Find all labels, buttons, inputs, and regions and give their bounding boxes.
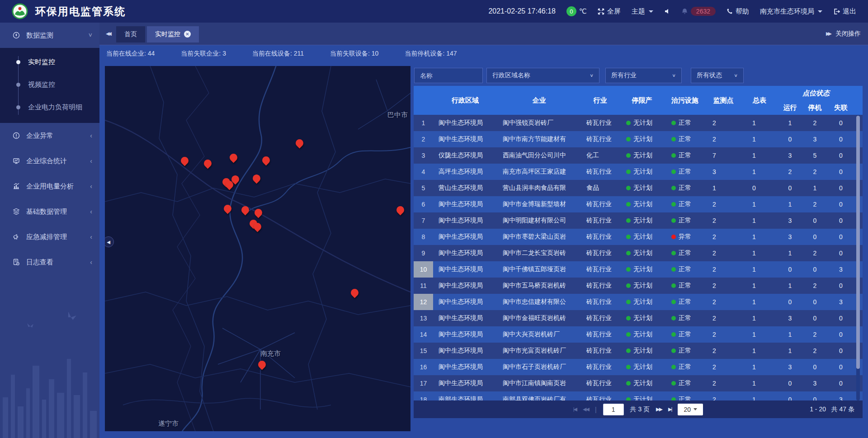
cell-production: 无计划 <box>619 119 665 127</box>
tab-label: 实时监控 <box>155 30 180 38</box>
table-row[interactable]: 6阆中生态环境局阆中市金博瑞新型墙材砖瓦行业无计划正常21120 <box>414 196 863 212</box>
sidebar-subitem[interactable]: 视频监控 <box>0 73 99 96</box>
table-row[interactable]: 3仪陇生态环境局西南油气田分公司川中化工无计划正常71350 <box>414 147 863 164</box>
theme-dropdown[interactable]: 主题 <box>632 7 653 16</box>
production-status-label: 无计划 <box>633 379 652 387</box>
sidebar-subitem[interactable]: 实时监控 <box>0 51 99 73</box>
table-scrollbar[interactable] <box>856 115 860 400</box>
table-row[interactable]: 17阆中生态环境局阆中市江南镇阆南页岩砖瓦行业无计划正常21030 <box>414 375 863 391</box>
status-dot-green-icon <box>671 137 676 141</box>
table-row[interactable]: 12阆中生态环境局阆中市忠信建材有限公砖瓦行业无计划正常21003 <box>414 294 863 310</box>
name-filter[interactable] <box>414 68 483 83</box>
table-row[interactable]: 9阆中生态环境局阆中市二龙长宝页岩砖砖瓦行业无计划正常21120 <box>414 245 863 261</box>
cell-meters: 1 <box>741 347 778 354</box>
sidebar-subitem[interactable]: 企业电力负荷明细 <box>0 96 99 118</box>
chevron-left-icon: ‹ <box>90 233 92 240</box>
cell-industry: 砖瓦行业 <box>581 363 619 371</box>
cell-meters: 1 <box>741 331 778 338</box>
cell-facility: 正常 <box>665 330 705 339</box>
table-row[interactable]: 15阆中生态环境局阆中市光富页岩机砖厂砖瓦行业无计划正常21120 <box>414 343 863 359</box>
cell-industry: 食品 <box>581 184 619 192</box>
sidebar-item-1[interactable]: 数据监测˅ <box>0 23 99 48</box>
tab-close-icon[interactable]: ✕ <box>184 31 191 38</box>
production-status-label: 无计划 <box>633 119 652 127</box>
table-row[interactable]: 10阆中生态环境局阆中千佛镇五郎垭页岩砖瓦行业无计划正常21003 <box>414 261 863 278</box>
last-page-button[interactable]: ▶| <box>668 406 671 412</box>
region-filter-dropdown[interactable]: 行政区域名称 ∨ <box>486 68 599 83</box>
stat-label: 当前失联企业: <box>181 50 222 57</box>
cell-stop: 3 <box>802 136 827 143</box>
status-filter-dropdown[interactable]: 所有状态 ∨ <box>691 68 744 83</box>
table-row[interactable]: 1阆中生态环境局阆中强锐页岩砖厂砖瓦行业无计划正常21120 <box>414 115 863 131</box>
sidebar-item-7[interactable]: 日志查看‹ <box>0 250 99 275</box>
map-panel[interactable]: 巴中市南充市遂宁市 ◀ <box>105 66 410 431</box>
enterprise-stats-icon <box>13 157 20 165</box>
fullscreen-button[interactable]: 全屏 <box>598 7 621 16</box>
facility-status-label: 正常 <box>679 265 691 273</box>
close-operations-button[interactable]: 关闭操作 <box>835 30 861 38</box>
sidebar-item-4[interactable]: 企业用电量分析‹ <box>0 174 99 199</box>
table-row[interactable]: 2阆中生态环境局阆中市南方节能建材有砖瓦行业无计划正常21030 <box>414 131 863 147</box>
cell-points: 2 <box>705 331 741 338</box>
tabs-scroll-right-button[interactable]: ▶▶ <box>826 31 830 37</box>
cell-stop: 2 <box>802 282 827 289</box>
tab-首页[interactable]: 首页 <box>116 26 145 42</box>
cell-facility: 正常 <box>665 314 705 322</box>
bullet-dot-icon <box>16 60 20 64</box>
table-row[interactable]: 18南部生态环境局南部县双佛页岩砖厂有砖瓦行业无计划正常21003 <box>414 391 863 400</box>
tab-实时监控[interactable]: 实时监控✕ <box>147 26 199 42</box>
table-row[interactable]: 14阆中生态环境局阆中大兴页岩机砖厂砖瓦行业无计划正常21120 <box>414 326 863 343</box>
next-page-button[interactable]: ▶▶ <box>656 406 662 412</box>
table-row[interactable]: 5营山生态环境局营山县润丰肉食品有限食品无计划正常10010 <box>414 180 863 196</box>
cell-points: 2 <box>705 380 741 387</box>
tabs-scroll-left-button[interactable]: ◀◀ <box>106 31 110 37</box>
production-status-label: 无计划 <box>633 282 652 290</box>
table-row[interactable]: 13阆中生态环境局阆中市金福旺页岩机砖砖瓦行业无计划正常21300 <box>414 310 863 326</box>
sidebar-item-label: 企业综合统计 <box>26 157 67 165</box>
industry-filter-dropdown[interactable]: 所有行业 ∨ <box>605 68 682 83</box>
app-logo-icon <box>12 3 28 19</box>
notifications[interactable]: 2632 <box>681 7 716 16</box>
sidebar-item-5[interactable]: 基础数据管理‹ <box>0 199 99 224</box>
help-button[interactable]: 帮助 <box>726 7 749 16</box>
table-row[interactable]: 11阆中生态环境局阆中市五马桥页岩机砖砖瓦行业无计划正常21120 <box>414 278 863 294</box>
logout-button[interactable]: 退出 <box>833 7 856 16</box>
cell-meters: 1 <box>741 363 778 371</box>
sidebar-item-6[interactable]: 应急减排管理‹ <box>0 224 99 250</box>
sidebar-menu: 数据监测˅实时监控视频监控企业电力负荷明细企业异常‹企业综合统计‹企业用电量分析… <box>0 23 99 275</box>
butterfly-decoration <box>65 311 76 323</box>
cell-production: 无计划 <box>619 347 665 355</box>
table-row[interactable]: 4高坪生态环境局南充市高坪区王家店建砖瓦行业无计划正常31220 <box>414 164 863 180</box>
cell-stop: 1 <box>802 184 827 192</box>
sidebar-item-2[interactable]: 企业异常‹ <box>0 123 99 148</box>
first-page-button[interactable]: |◀ <box>573 406 576 412</box>
table-row[interactable]: 7阆中生态环境局阆中明阳建材有限公司砖瓦行业无计划正常21300 <box>414 212 863 229</box>
cell-points: 2 <box>705 315 741 322</box>
page-size-select[interactable]: 20 <box>678 404 703 415</box>
mute-button[interactable] <box>664 8 670 14</box>
cell-company: 阆中市忠信建材有限公 <box>497 298 581 306</box>
facility-status-label: 正常 <box>679 135 691 143</box>
chevron-left-icon: ‹ <box>90 259 92 266</box>
chevron-left-icon: ‹ <box>90 208 92 215</box>
table-row[interactable]: 16阆中生态环境局阆中市石子页岩机砖厂砖瓦行业无计划正常21300 <box>414 359 863 375</box>
total-pages-label: 共 3 页 <box>630 405 650 414</box>
cell-points: 2 <box>705 136 741 143</box>
sidebar-item-3[interactable]: 企业综合统计‹ <box>0 148 99 174</box>
cell-company: 阆中市南方节能建材有 <box>497 135 581 143</box>
pagination-range: 1 - 20 共 47 条 <box>810 405 854 414</box>
row-index: 6 <box>414 196 433 212</box>
org-dropdown[interactable]: 南充市生态环境局 <box>760 7 822 16</box>
prev-page-button[interactable]: ◀◀ <box>583 406 589 412</box>
cell-meters: 1 <box>741 217 778 224</box>
stat-value: 44 <box>148 50 155 57</box>
scrollbar-thumb[interactable] <box>856 116 860 369</box>
page-number-input[interactable] <box>603 404 624 415</box>
cell-industry: 砖瓦行业 <box>581 282 619 290</box>
table-row[interactable]: 8阆中生态环境局阆中市枣碧大梁山页岩砖瓦行业无计划异常21300 <box>414 229 863 245</box>
cell-facility: 正常 <box>665 249 705 257</box>
name-filter-input[interactable] <box>420 72 477 79</box>
cell-company: 阆中市金福旺页岩机砖 <box>497 314 581 322</box>
cell-industry: 砖瓦行业 <box>581 396 619 400</box>
production-status-label: 无计划 <box>633 135 652 143</box>
